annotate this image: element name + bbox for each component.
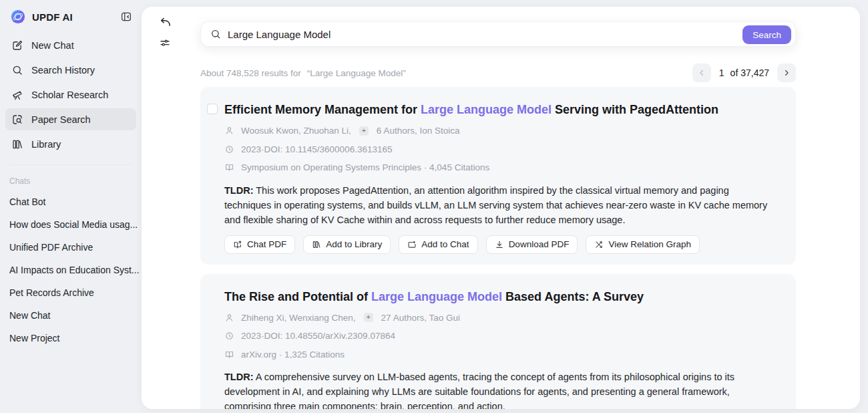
sidebar-divider — [9, 164, 132, 165]
next-page-button[interactable] — [777, 63, 796, 82]
authors-first: Zhiheng Xi, Wenxiang Chen, — [241, 313, 356, 323]
paper-card: Efficient Memory Management for Large La… — [200, 87, 796, 265]
pagination: 1 of 37,427 — [692, 63, 796, 82]
button-label: Download PDF — [509, 239, 570, 249]
sidebar-item-paper-search[interactable]: Paper Search — [5, 108, 136, 130]
paper-actions: Chat PDF Add to Library — [224, 235, 772, 254]
tldr-text: This work proposes PagedAttention, an at… — [224, 185, 767, 225]
download-pdf-button[interactable]: Download PDF — [486, 235, 578, 254]
more-authors-badge[interactable]: + — [364, 313, 373, 322]
venue-text: arXiv.org · 1,325 Citations — [241, 350, 345, 360]
authors-row: Zhiheng Xi, Wenxiang Chen, + 27 Authors,… — [224, 312, 772, 323]
add-to-chat-button[interactable]: Add to Chat — [399, 235, 477, 254]
paper-title[interactable]: Efficient Memory Management for Large La… — [224, 102, 772, 118]
chat-item[interactable]: Chat Bot — [0, 190, 142, 213]
chats-section-label: Chats — [9, 176, 142, 186]
sidebar-item-label: Scholar Research — [31, 90, 108, 100]
sidebar-item-label: New Chat — [31, 40, 74, 51]
results-row: About 748,528 results for “Large Languag… — [200, 63, 796, 82]
tldr-label: TLDR: — [224, 185, 254, 196]
venue-row: Symposium on Operating Systems Principle… — [224, 162, 772, 173]
search-button[interactable]: Search — [742, 25, 791, 44]
title-text: Based Agents: A Survey — [502, 290, 644, 303]
total-pages: of 37,427 — [730, 67, 769, 78]
venue-text: Symposium on Operating Systems Principle… — [241, 162, 489, 172]
sidebar-item-label: Paper Search — [31, 114, 91, 125]
sidebar-item-label: Library — [31, 139, 61, 150]
button-label: View Relation Graph — [608, 239, 691, 249]
tldr-paragraph: TLDR: A comprehensive survey on LLM-base… — [224, 370, 772, 409]
authors-first: Woosuk Kwon, Zhuohan Li, — [241, 126, 351, 136]
open-book-icon — [224, 350, 234, 360]
authors-row: Woosuk Kwon, Zhuohan Li, + 6 Authors, Io… — [224, 126, 772, 136]
clock-icon — [224, 331, 234, 341]
library-books-icon — [312, 240, 321, 249]
relation-graph-icon — [594, 240, 604, 249]
search-bar: Search — [200, 21, 796, 47]
person-icon — [224, 313, 234, 323]
title-text: Efficient Memory Management for — [224, 103, 421, 116]
add-to-library-button[interactable]: Add to Library — [303, 235, 391, 254]
chat-item[interactable]: AI Impacts on Education Syst... — [0, 259, 142, 281]
sidebar-nav: New Chat Search History Scholar Research — [0, 34, 142, 155]
sidebar-item-library[interactable]: Library — [5, 133, 136, 155]
view-relation-graph-button[interactable]: View Relation Graph — [586, 235, 700, 254]
paper-title[interactable]: The Rise and Potential of Large Language… — [224, 289, 772, 305]
main-panel: Search About 748,528 results for “Large … — [142, 7, 860, 409]
clock-icon — [224, 144, 234, 154]
back-icon[interactable] — [159, 16, 172, 29]
sidebar: UPDF AI New Chat S — [0, 0, 142, 413]
collapse-sidebar-icon[interactable] — [119, 9, 134, 24]
button-label: Add to Library — [326, 239, 382, 249]
paper-card: The Rise and Potential of Large Language… — [200, 274, 796, 410]
title-highlight: Large Language Model — [371, 290, 502, 303]
updf-ai-logo-icon — [11, 9, 25, 24]
tldr-label: TLDR: — [224, 372, 254, 382]
paper-search-icon — [11, 114, 23, 126]
title-highlight: Large Language Model — [421, 103, 552, 116]
compose-icon — [11, 39, 23, 51]
tldr-paragraph: TLDR: This work proposes PagedAttention,… — [224, 183, 772, 227]
toolbar-column — [159, 16, 172, 50]
date-doi-row: 2023·DOI: 10.1145/3600006.3613165 — [224, 144, 772, 154]
chat-item[interactable]: How does Social Media usag... — [0, 213, 142, 236]
results-summary: About 748,528 results for “Large Languag… — [200, 68, 406, 78]
chat-pdf-button[interactable]: Chat PDF — [224, 235, 295, 254]
folder-plus-icon — [407, 240, 417, 249]
title-text: The Rise and Potential of — [224, 290, 371, 303]
sidebar-item-new-chat[interactable]: New Chat — [5, 34, 136, 56]
more-authors-badge[interactable]: + — [359, 126, 369, 136]
results-summary-prefix: About 748,528 results for — [200, 68, 301, 78]
search-icon — [210, 29, 221, 39]
chat-item[interactable]: New Chat — [0, 304, 142, 327]
search-icon — [11, 64, 23, 76]
date-doi-row: 2023·DOI: 10.48550/arXiv.2309.07864 — [224, 331, 772, 341]
venue-row: arXiv.org · 1,325 Citations — [224, 349, 772, 360]
person-icon — [224, 126, 234, 136]
tldr-text: A comprehensive survey on LLM-based agen… — [224, 372, 734, 409]
authors-rest: 6 Authors, Ion Stoica — [377, 126, 460, 136]
filter-sliders-icon[interactable] — [159, 37, 172, 50]
authors-rest: 27 Authors, Tao Gui — [381, 313, 460, 323]
paper-checkbox[interactable] — [207, 104, 218, 114]
sidebar-item-search-history[interactable]: Search History — [5, 59, 136, 81]
download-icon — [495, 240, 504, 249]
chat-item[interactable]: Unified PDF Archive — [0, 236, 142, 259]
page-indicator: 1 of 37,427 — [719, 67, 769, 78]
button-label: Chat PDF — [247, 239, 286, 249]
brand-name: UPDF AI — [32, 11, 119, 23]
button-label: Add to Chat — [421, 239, 469, 249]
open-book-icon — [224, 162, 234, 172]
current-page: 1 — [719, 67, 724, 78]
date-doi-text: 2023·DOI: 10.48550/arXiv.2309.07864 — [241, 331, 395, 341]
main-content: Search About 748,528 results for “Large … — [142, 7, 860, 409]
chat-item[interactable]: Pet Records Archive — [0, 281, 142, 304]
chat-item[interactable]: New Project — [0, 327, 142, 350]
sidebar-item-label: Search History — [31, 65, 95, 76]
library-books-icon — [11, 138, 23, 150]
brand-row: UPDF AI — [0, 0, 142, 25]
date-doi-text: 2023·DOI: 10.1145/3600006.3613165 — [241, 144, 392, 154]
sidebar-item-scholar-research[interactable]: Scholar Research — [5, 84, 136, 106]
search-input[interactable] — [228, 29, 748, 40]
prev-page-button[interactable] — [692, 63, 711, 82]
